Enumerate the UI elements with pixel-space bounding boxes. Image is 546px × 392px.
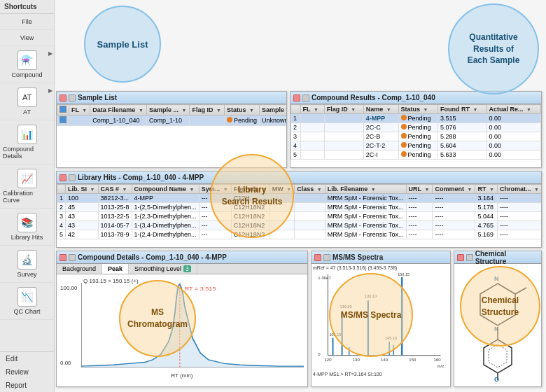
svg-text:RT = 3.515: RT = 3.515: [185, 286, 216, 292]
sidebar-item-view[interactable]: View: [0, 30, 54, 46]
col-fl[interactable]: FL ▼: [300, 105, 324, 114]
row-flag: [190, 115, 225, 126]
pin-button[interactable]: [323, 254, 330, 261]
close-button[interactable]: [457, 254, 464, 261]
table-row[interactable]: 1 4-MPP Pending 3.515 0.00: [291, 114, 541, 123]
main-content: Sample List FL ▼ Data Filename ▼ Sample …: [55, 0, 546, 392]
row-fl: [69, 115, 90, 126]
sidebar-bottom-edit[interactable]: Edit: [0, 352, 54, 365]
compound-details-title: Compound Details - Comp_1-10_040 - 4-MPP: [78, 253, 227, 261]
close-button[interactable]: [59, 174, 66, 181]
structure-title: Chemical Structure: [475, 250, 538, 265]
sidebar-item-library-hits[interactable]: 📚 Library Hits: [0, 209, 54, 246]
col-comment[interactable]: Comment ▼: [433, 185, 475, 194]
col-actual-re[interactable]: Actual Re... ▼: [486, 105, 540, 114]
col-chrom[interactable]: Chromat... ▼: [497, 185, 541, 194]
col-status[interactable]: Status ▼: [224, 105, 259, 115]
at-icon: AT: [18, 88, 37, 107]
sidebar-item-label: Calibration Curve: [3, 190, 51, 204]
sidebar-item-compound[interactable]: ⚗️ Compound ▶: [0, 46, 54, 83]
chromatogram-area: Q 193.15 > 150.15 (+) 100.00 0.00 RT = 3…: [57, 274, 307, 382]
pin-button[interactable]: [69, 94, 76, 102]
library-hits-scroll[interactable]: Lib. SI ▼ CAS # ▼ Compound Name ▼ Sym...…: [57, 184, 541, 247]
table-row[interactable]: 2 2C-C Pending 5.076 0.00: [291, 123, 541, 132]
structure-svg: N N O: [459, 270, 536, 382]
row-filename: Comp_1-10_040: [90, 115, 147, 126]
close-button[interactable]: [314, 254, 321, 261]
pin-button[interactable]: [302, 94, 309, 102]
sidebar-item-survey[interactable]: 🔬 Survey: [0, 246, 54, 283]
table-row[interactable]: Comp_1-10_040 Comp_1-10 Pending Unknown: [57, 115, 287, 126]
col-flag[interactable]: Flag ID ▼: [190, 105, 225, 115]
sidebar-item-label: View: [20, 34, 34, 41]
sidebar-bottom-review[interactable]: Review: [0, 365, 54, 379]
msms-content: mRef = 47 (3.513-3.516) (3.459-3.738) In…: [312, 264, 450, 386]
msms-title: MS/MS Spectra: [332, 253, 383, 261]
pin-button[interactable]: [69, 174, 76, 181]
table-row[interactable]: 4 2C-T-2 Pending 5.604 0.00: [291, 141, 541, 150]
sidebar-item-compound-details[interactable]: 📊 Compound Details: [0, 120, 54, 164]
col-sample[interactable]: Sample ... ▼: [146, 105, 190, 115]
col-sample-type[interactable]: Sample T... ▼: [259, 105, 286, 115]
col-sym[interactable]: Sym... ▼: [199, 185, 231, 194]
sample-list-scroll[interactable]: FL ▼ Data Filename ▼ Sample ... ▼ Flag I…: [57, 104, 286, 167]
svg-text:133.10: 133.10: [365, 294, 377, 298]
sidebar-item-calibration-curve[interactable]: 📈 Calibration Curve: [0, 164, 54, 209]
col-class[interactable]: Class ▼: [295, 185, 326, 194]
chevron-right-icon: ▶: [48, 88, 52, 94]
row-checkbox[interactable]: [59, 116, 66, 123]
sidebar-item-at[interactable]: AT AT ▶: [0, 83, 54, 120]
close-button[interactable]: [293, 94, 300, 102]
col-flag[interactable]: Flag ID ▼: [324, 105, 363, 114]
col-num[interactable]: [291, 105, 301, 114]
compound-results-scroll[interactable]: FL ▼ Flag ID ▼ Name ▼ Status ▼ Found RT …: [290, 104, 541, 167]
compound-results-title: Compound Results - Comp_1-10_040: [312, 94, 435, 102]
sample-list-title-bar: Sample List: [57, 92, 286, 104]
tab-smoothing[interactable]: Smoothing Level 3: [129, 264, 197, 274]
table-row[interactable]: 3 43 1013-22-5 1-(2,3-Dimethylphen... --…: [57, 212, 542, 221]
col-rt[interactable]: RT ▼: [475, 185, 498, 194]
close-button[interactable]: [59, 94, 66, 102]
col-cb[interactable]: [57, 105, 69, 115]
table-row[interactable]: 3 2C-B Pending 5.288 0.00: [291, 132, 541, 141]
compound-results-table: FL ▼ Flag ID ▼ Name ▼ Status ▼ Found RT …: [290, 104, 541, 160]
msms-title-bar: MS/MS Spectra: [312, 251, 450, 264]
svg-text:m/z: m/z: [438, 364, 444, 368]
col-fl[interactable]: FL ▼: [69, 105, 90, 115]
svg-marker-43: [489, 344, 507, 368]
library-hits-title: Library Hits - Comp_1-10_040 - 4-MPP: [78, 174, 204, 181]
pin-button[interactable]: [69, 254, 76, 261]
pin-button[interactable]: [466, 254, 473, 261]
sample-list-panel: Sample List FL ▼ Data Filename ▼ Sample …: [56, 91, 287, 168]
col-lib-si[interactable]: Lib. SI ▼: [66, 185, 99, 194]
sidebar-bottom-report[interactable]: Report: [0, 379, 54, 392]
table-row[interactable]: 4 43 1014-05-7 1-(3,4-Dimethylphen... --…: [57, 221, 542, 230]
col-cas[interactable]: CAS # ▼: [98, 185, 132, 194]
sidebar-item-label: Survey: [17, 271, 36, 278]
col-lib-fn[interactable]: Lib. Filename ▼: [325, 185, 406, 194]
sidebar-bottom: Edit Review Report: [0, 351, 54, 392]
table-row[interactable]: 5 2C-I Pending 5.633 0.00: [291, 150, 541, 160]
sidebar-item-file[interactable]: File: [0, 14, 54, 30]
table-row[interactable]: 1 100 38212-3... 4-MPP --- C12H... MRM S…: [57, 194, 542, 203]
library-hits-panel: Library Hits - Comp_1-10_040 - 4-MPP Lib…: [56, 171, 542, 248]
col-name[interactable]: Compound Name ▼: [132, 185, 199, 194]
tab-background[interactable]: Background: [57, 264, 102, 274]
library-hits-title-bar: Library Hits - Comp_1-10_040 - 4-MPP: [57, 172, 541, 184]
col-formula[interactable]: Formula ▼: [231, 185, 270, 194]
col-name[interactable]: Name ▼: [363, 105, 398, 114]
col-num[interactable]: [57, 185, 66, 194]
col-url[interactable]: URL ▼: [406, 185, 433, 194]
msms-panel: MS/MS Spectra mRef = 47 (3.513-3.516) (3…: [311, 251, 451, 387]
table-row[interactable]: 2 45 1013-25-8 1-(2,5-Dimethylphen... --…: [57, 203, 542, 212]
col-filename[interactable]: Data Filename ▼: [90, 105, 147, 115]
table-row[interactable]: 5 42 1013-78-9 1-(2,4-Dimethylphen... --…: [57, 230, 542, 239]
svg-text:O: O: [494, 376, 499, 382]
col-found-rt[interactable]: Found RT ▼: [438, 105, 486, 114]
sidebar-item-qc-chart[interactable]: 📉 QC Chart: [0, 283, 54, 320]
col-mw[interactable]: MW ▼: [270, 185, 295, 194]
tab-peak[interactable]: Peak: [102, 264, 129, 274]
close-button[interactable]: [59, 254, 66, 261]
sidebar-item-label: Library Hits: [11, 234, 43, 241]
col-status[interactable]: Status ▼: [398, 105, 438, 114]
